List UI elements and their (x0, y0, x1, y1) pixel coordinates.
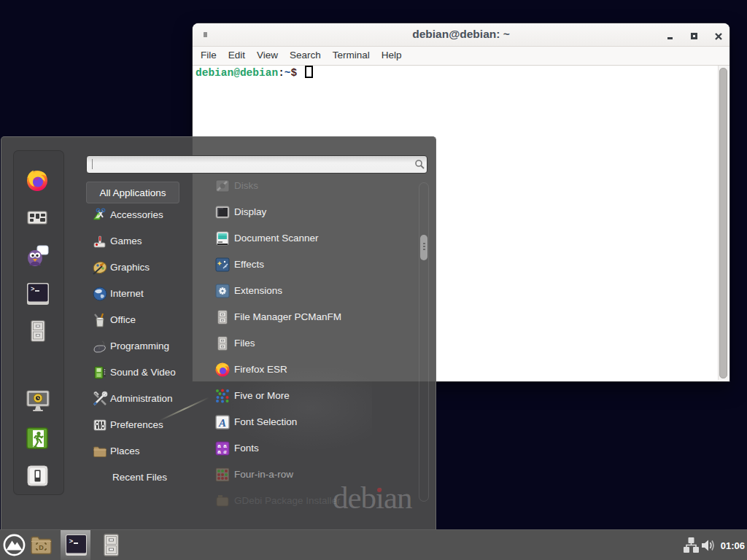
svg-text:>: > (69, 537, 74, 545)
svg-text:>: > (31, 286, 34, 293)
svg-text:D: D (39, 544, 44, 551)
